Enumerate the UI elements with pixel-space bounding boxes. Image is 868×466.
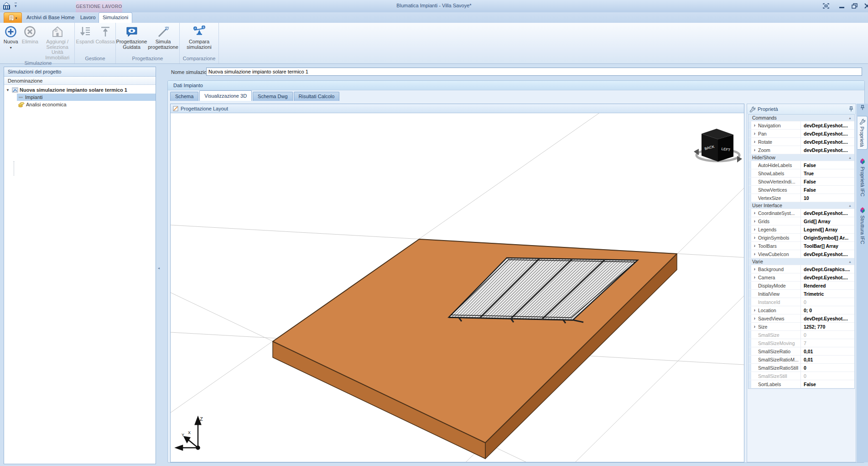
compara-simulazioni-button[interactable]: A B Compara simulazioni	[181, 24, 218, 56]
property-row[interactable]: ShowVertexIndi...False	[748, 178, 854, 186]
tree-item-impianti[interactable]: Impianti	[4, 94, 156, 101]
project-simulations-panel: Simulazioni del progetto Denominazione ▼…	[4, 67, 156, 464]
property-row[interactable]: InitialViewTrimetric	[748, 290, 854, 298]
restore-button[interactable]	[849, 2, 859, 10]
property-group-row[interactable]: Hide/Show▲	[748, 154, 854, 161]
viewport-3d-canvas[interactable]: BACK LEFT Z Y X	[171, 113, 744, 462]
property-row[interactable]: ›SavedViewsdevDept.Eyeshot....	[748, 314, 854, 323]
property-row[interactable]: SortLabelsFalse	[748, 380, 854, 388]
document-tab-strip: Schema Visualizzazione 3D Schema Dwg Ris…	[168, 90, 864, 101]
property-row[interactable]: DisplayModeRendered	[748, 282, 854, 290]
tab-simulazioni[interactable]: Simulazioni	[99, 12, 132, 23]
tab-home[interactable]: Home	[57, 12, 78, 23]
viewport-3d-panel: Progettazione Layout	[170, 104, 744, 462]
property-row[interactable]: InstanceId0	[748, 298, 854, 306]
document-list-icon	[9, 15, 15, 21]
property-group-row[interactable]: Commands▲	[748, 115, 854, 121]
ribbon-group-label: Gestione	[75, 56, 115, 63]
simulation-name-input[interactable]	[206, 68, 862, 76]
property-row[interactable]: ›NavigationdevDept.Eyeshot....	[748, 121, 854, 130]
property-row[interactable]: ›ViewCubeIcondevDept.Eyeshot....	[748, 250, 854, 258]
property-row[interactable]: ›PandevDept.Eyeshot....	[748, 130, 854, 138]
property-row[interactable]: ›BackgrounddevDept.Graphics....	[748, 265, 854, 273]
axis-label-y: Y	[182, 433, 184, 437]
property-group-row[interactable]: Varie▲	[748, 258, 854, 265]
property-row[interactable]: SmallSizeRatioStill0	[748, 364, 854, 372]
elimina-button[interactable]: Elimina	[21, 24, 39, 60]
tree-item-simulazione[interactable]: ▼ Nuova simulazione impianto solare term…	[4, 86, 156, 94]
axis-triad: Z Y X	[176, 416, 203, 450]
progettazione-guidata-button[interactable]: Progettazione Guidata	[117, 24, 147, 56]
column-header-denominazione[interactable]: Denominazione	[4, 77, 156, 85]
tree-item-analisi-economica[interactable]: Analisi economica	[4, 101, 156, 108]
property-row[interactable]: ShowLabelsTrue	[748, 169, 854, 178]
ribbon-group-comparazione: A B Compara simulazioni Comparazione	[180, 23, 219, 63]
property-row[interactable]: SmallSizeMoving7	[748, 339, 854, 347]
view-cube[interactable]: BACK LEFT	[694, 129, 742, 162]
collapse-list-icon	[99, 26, 111, 38]
expand-arrow-icon: ›	[751, 324, 758, 329]
title-bar: ▾ GESTIONE LAVORO Blumatica Impianti - V…	[0, 0, 868, 12]
axis-label-x: X	[188, 430, 191, 435]
tab-schema-dwg[interactable]: Schema Dwg	[253, 92, 292, 101]
property-row[interactable]: ›CoordinateSyst...devDept.Eyeshot....	[748, 209, 854, 217]
side-tab-proprieta[interactable]: Proprietà	[858, 116, 868, 150]
fullscreen-button[interactable]	[821, 2, 831, 10]
side-tab-proprieta-ifc[interactable]: Proprietà IFC	[858, 156, 868, 199]
minimize-button[interactable]	[837, 2, 847, 10]
property-row[interactable]: ›Location0; 0	[748, 306, 854, 314]
expand-arrow-icon: ›	[751, 235, 758, 240]
tab-lavoro[interactable]: Lavoro	[77, 12, 99, 23]
pin-icon[interactable]	[860, 105, 865, 110]
property-row[interactable]: ›GridsGrid[] Array	[748, 217, 854, 225]
simula-progettazione-button[interactable]: Simula progettazione	[148, 24, 179, 56]
coins-icon	[18, 102, 25, 107]
panel-collapse-arrow[interactable]: ◂	[157, 256, 161, 280]
collassa-button[interactable]: Collassa	[96, 24, 115, 56]
side-tab-struttura-ifc[interactable]: Struttura IFC	[858, 205, 868, 246]
nuova-button[interactable]: Nuova ▼	[2, 24, 20, 60]
ribbon: Nuova ▼ Elimina Aggiungi / Seleziona Uni…	[0, 23, 868, 64]
pin-icon[interactable]	[849, 106, 853, 112]
property-row[interactable]: ›ZoomdevDept.Eyeshot....	[748, 146, 854, 154]
application-menu-button[interactable]: ▾	[4, 12, 22, 23]
expand-arrow-icon: ›	[751, 219, 758, 224]
ribbon-group-label: Simulazione	[2, 60, 74, 66]
property-row[interactable]: SmallSizeRatioM...0,01	[748, 356, 854, 364]
ribbon-tab-row: ▾ Archivi di Base Home Lavoro Simulazion…	[0, 12, 868, 23]
property-row[interactable]: ›LegendsLegend[] Array	[748, 225, 854, 234]
tab-risultati-calcolo[interactable]: Risultati Calcolo	[294, 92, 340, 101]
chevron-expanded-icon[interactable]: ▼	[5, 88, 10, 92]
expand-list-icon	[79, 26, 91, 38]
property-row[interactable]: VertexSize10	[748, 194, 854, 202]
svg-text:B: B	[203, 26, 204, 29]
chevron-up-icon: ▲	[848, 260, 854, 263]
chevron-down-icon: ▼	[9, 45, 12, 51]
aggiungi-seleziona-unita-button[interactable]: Aggiungi / Seleziona Unità Immobiliari	[40, 24, 74, 60]
property-row[interactable]: SmallSizeRatio0,01	[748, 347, 854, 356]
wrench-icon	[749, 106, 755, 112]
dash-icon	[18, 95, 24, 99]
expand-arrow-icon: ›	[751, 139, 758, 144]
espandi-button[interactable]: Espandi	[76, 24, 95, 56]
ribbon-group-simulazione: Nuova ▼ Elimina Aggiungi / Seleziona Uni…	[2, 23, 75, 63]
property-row[interactable]: SmallSizeStill0	[748, 372, 854, 380]
tab-visualizzazione-3d[interactable]: Visualizzazione 3D	[199, 90, 252, 101]
property-row[interactable]: ›RotatedevDept.Eyeshot....	[748, 138, 854, 146]
property-group-row[interactable]: User Interface▲	[748, 202, 854, 209]
property-row[interactable]: ShowVerticesFalse	[748, 186, 854, 194]
property-row[interactable]: ›Size1252; 770	[748, 323, 854, 331]
properties-header: Proprietà	[747, 104, 856, 114]
property-row[interactable]: ›ToolBarsToolBar[] Array	[748, 242, 854, 250]
property-row[interactable]: ›OriginSymbolsOriginSymbol[] Ar...	[748, 234, 854, 242]
tab-schema[interactable]: Schema	[170, 92, 198, 101]
window-title: Blumatica Impianti - Villa Savoye*	[0, 3, 868, 8]
property-row[interactable]: AutoHideLabelsFalse	[748, 161, 854, 169]
property-row[interactable]: SmallSize0	[748, 331, 854, 339]
close-button[interactable]	[862, 2, 868, 10]
simulation-icon	[12, 87, 18, 93]
expand-arrow-icon: ›	[751, 275, 758, 280]
properties-title: Proprietà	[758, 106, 778, 112]
property-row[interactable]: ›CameradevDept.Eyeshot....	[748, 273, 854, 282]
ribbon-group-label: Comparazione	[180, 56, 218, 63]
